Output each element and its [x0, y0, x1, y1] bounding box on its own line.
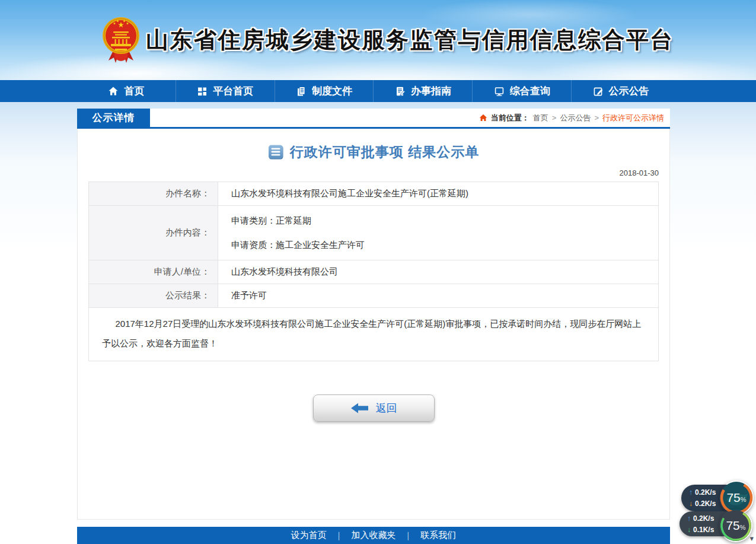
- monitor-icon: [494, 86, 505, 97]
- nav-item-policy-documents[interactable]: 制度文件: [275, 80, 374, 102]
- nav-item-label: 综合查询: [510, 84, 550, 98]
- table-row: 申请人/单位： 山东水发环境科技有限公司: [89, 260, 659, 284]
- footer-link-add-favorites[interactable]: 加入收藏夹: [352, 530, 396, 541]
- main-nav: 首页 平台首页: [0, 80, 756, 102]
- row-value: 申请类别：正常延期 申请资质：施工企业安全生产许可: [218, 206, 659, 260]
- home-icon: [108, 86, 119, 97]
- nav-item-comprehensive-query[interactable]: 综合查询: [472, 80, 571, 102]
- nav-item-home[interactable]: 首页: [77, 80, 176, 102]
- footer-separator: ｜: [335, 530, 343, 541]
- row-label: 办件名称：: [89, 182, 218, 206]
- row-value-line: 申请类别：正常延期: [231, 215, 658, 227]
- upload-speed: 0.2K/s: [695, 487, 716, 498]
- row-label: 申请人/单位：: [89, 260, 218, 284]
- breadcrumb-item-current: 行政许可公示详情: [602, 113, 664, 123]
- row-label: 公示结果：: [89, 284, 218, 308]
- site-header: 山东省住房城乡建设服务监管与信用信息综合平台: [0, 0, 756, 80]
- breadcrumb: 当前位置： 首页 > 公示公告 > 行政许可公示详情: [479, 109, 670, 127]
- detail-table: 办件名称： 山东水发环境科技有限公司施工企业安全生产许可(正常延期) 办件内容：…: [88, 182, 659, 361]
- content-panel: 行政许可审批事项 结果公示单 2018-01-30 办件名称： 山东水发环境科技…: [77, 129, 670, 520]
- download-arrow-icon: ↓: [687, 524, 691, 535]
- row-value: 准予许可: [218, 284, 659, 308]
- breadcrumb-item-notices[interactable]: 公示公告: [560, 113, 591, 123]
- table-row: 办件内容： 申请类别：正常延期 申请资质：施工企业安全生产许可: [89, 206, 659, 260]
- back-button-label: 返回: [376, 401, 397, 415]
- nav-item-public-notices[interactable]: 公示公告: [571, 80, 670, 102]
- site-title: 山东省住房城乡建设服务监管与信用信息综合平台: [146, 25, 674, 55]
- upload-speed: 0.2K/s: [693, 513, 714, 524]
- network-speed-widget: ↑ 0.2K/s ↓ 0.2K/s 75% ↑ 0.2K/s ↓ 0.: [682, 481, 754, 541]
- notice-text: 2017年12月27日受理的山东水发环境科技有限公司施工企业安全生产许可(正常延…: [89, 308, 659, 361]
- edit-icon: [593, 86, 604, 97]
- nav-item-label: 公示公告: [609, 84, 649, 98]
- upload-arrow-icon: ↑: [689, 487, 693, 498]
- page: 山东省住房城乡建设服务监管与信用信息综合平台 首页: [0, 0, 756, 544]
- footer-link-set-homepage[interactable]: 设为首页: [291, 530, 327, 541]
- breadcrumb-home-icon: [479, 114, 487, 122]
- upload-arrow-icon: ↑: [687, 513, 691, 524]
- tabbar: 公示详情 当前位置： 首页 > 公示公告 > 行政许可公示详情: [77, 109, 670, 129]
- nav-item-label: 制度文件: [312, 84, 352, 98]
- download-speed: 0.2K/s: [695, 498, 716, 509]
- footer-link-contact-us[interactable]: 联系我们: [420, 530, 456, 541]
- footer: 设为首页 ｜ 加入收藏夹 ｜ 联系我们: [77, 527, 670, 544]
- widget-collapse-caret-icon[interactable]: ▾: [749, 535, 754, 542]
- row-value: 山东水发环境科技有限公司: [218, 260, 659, 284]
- download-speed: 0.1K/s: [693, 524, 714, 535]
- row-value: 山东水发环境科技有限公司施工企业安全生产许可(正常延期): [218, 182, 659, 206]
- list-icon: [268, 144, 284, 160]
- national-emblem-logo: [102, 15, 140, 68]
- publish-date: 2018-01-30: [78, 168, 659, 177]
- score-percent: 75%: [726, 518, 745, 533]
- nav-item-label: 首页: [124, 84, 144, 98]
- grid-icon: [197, 86, 208, 97]
- breadcrumb-separator: >: [594, 113, 599, 122]
- score-percent: 75%: [726, 491, 746, 505]
- page-title: 行政许可审批事项 结果公示单: [290, 143, 479, 161]
- score-ring-bottom[interactable]: 75%: [719, 509, 752, 542]
- nav-item-label: 办事指南: [411, 84, 451, 98]
- download-arrow-icon: ↓: [689, 498, 693, 509]
- table-row: 公示结果： 准予许可: [89, 284, 659, 308]
- breadcrumb-separator: >: [552, 113, 557, 122]
- table-row: 2017年12月27日受理的山东水发环境科技有限公司施工企业安全生产许可(正常延…: [89, 308, 659, 361]
- nav-item-platform-home[interactable]: 平台首页: [176, 80, 275, 102]
- nav-item-label: 平台首页: [213, 84, 253, 98]
- guide-icon: [395, 86, 406, 97]
- back-button[interactable]: 返回: [313, 395, 435, 422]
- back-arrow-icon: [350, 402, 369, 415]
- row-value-line: 申请资质：施工企业安全生产许可: [231, 239, 658, 251]
- table-row: 办件名称： 山东水发环境科技有限公司施工企业安全生产许可(正常延期): [89, 182, 659, 206]
- tab-detail[interactable]: 公示详情: [77, 109, 150, 127]
- row-label: 办件内容：: [89, 206, 218, 260]
- document-icon: [296, 86, 307, 97]
- breadcrumb-prefix: 当前位置：: [491, 113, 529, 123]
- breadcrumb-item-home[interactable]: 首页: [533, 113, 548, 123]
- footer-separator: ｜: [404, 530, 413, 541]
- nav-item-service-guide[interactable]: 办事指南: [373, 80, 472, 102]
